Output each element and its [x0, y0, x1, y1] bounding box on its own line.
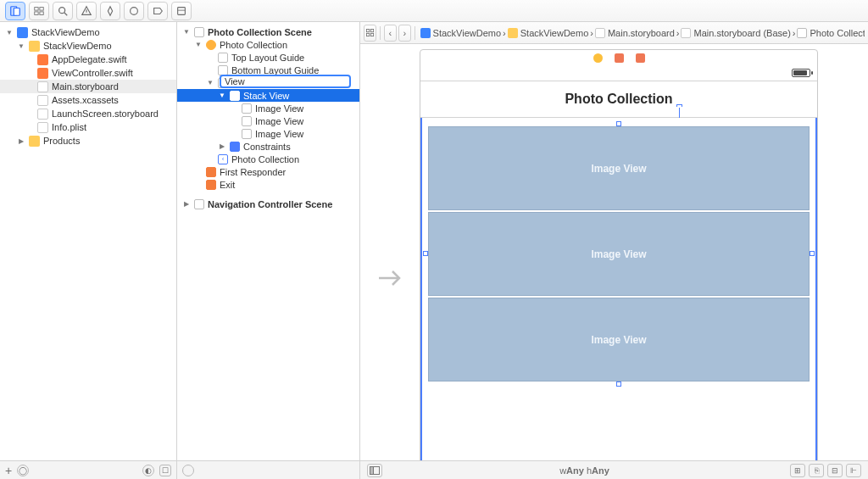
size-class-any-label: Any	[592, 465, 609, 476]
outline-first-responder[interactable]: First Responder	[177, 165, 359, 178]
file-appdelegate[interactable]: AppDelegate.swift	[0, 53, 176, 66]
jumpbar-segment[interactable]: StackViewDemo	[419, 28, 504, 38]
scene-photo-collection[interactable]: ▼ Photo Collection Scene	[177, 25, 359, 38]
history-forward-button[interactable]: ›	[398, 25, 411, 42]
jumpbar-label: Main.storyboard (Base)	[693, 28, 790, 38]
navigator-tab-issues[interactable]	[76, 2, 97, 20]
folder-icon	[29, 136, 40, 147]
navigator-tab-debug[interactable]	[124, 2, 144, 20]
file-viewcontroller[interactable]: ViewController.swift	[0, 66, 176, 80]
exit-dock-icon[interactable]	[636, 53, 645, 63]
resize-handle[interactable]	[423, 251, 428, 256]
first-responder-dock-icon[interactable]	[615, 53, 624, 63]
navigation-item-icon: ‹	[218, 154, 228, 164]
related-items-button[interactable]	[364, 25, 376, 42]
outline-constraints[interactable]: ▶ Constraints	[177, 140, 359, 153]
canvas-footer: wAny hAny ⊞ ⎘ ⊟ ⊩	[360, 460, 868, 479]
outline-stack-view[interactable]: ▼ Stack View	[177, 89, 359, 102]
outline-navigation-item[interactable]: ‹ Photo Collection	[177, 153, 359, 165]
image-view-1[interactable]: Image View	[428, 126, 810, 210]
disclosure-triangle-icon[interactable]: ▼	[5, 29, 14, 36]
filter-recent-button[interactable]: ◯	[17, 465, 29, 476]
file-infoplist[interactable]: Info.plist	[0, 120, 176, 134]
imageview-icon	[242, 103, 252, 114]
scene-dock	[420, 50, 817, 65]
toggle-outline-button[interactable]	[367, 464, 382, 477]
navigator-tab-tests[interactable]	[100, 2, 120, 20]
outline-top-layout-guide[interactable]: Top Layout Guide	[177, 51, 359, 64]
history-back-button[interactable]: ‹	[384, 25, 397, 42]
project-root[interactable]: ▼ StackViewDemo	[0, 25, 176, 39]
disclosure-triangle-icon[interactable]: ▼	[206, 79, 214, 86]
resize-handle[interactable]	[810, 251, 815, 256]
outline-image-view-3[interactable]: Image View	[177, 127, 359, 140]
viewcontroller-icon	[206, 40, 216, 50]
navigator-tab-search[interactable]	[53, 2, 73, 20]
disclosure-triangle-icon[interactable]: ▶	[182, 200, 191, 208]
storyboard-file-icon	[37, 81, 48, 92]
vc-label: Photo Collection	[220, 40, 287, 50]
filter-source-control-button[interactable]: ☐	[159, 465, 171, 476]
scene-navigation-controller[interactable]: ▶ Navigation Controller Scene	[177, 198, 359, 210]
file-main-storyboard[interactable]: Main.storyboard	[0, 80, 176, 93]
resize-handle[interactable]	[616, 121, 621, 126]
jumpbar-sb-icon	[595, 28, 605, 38]
resizing-behavior-button[interactable]: ⊩	[846, 464, 861, 477]
navigator-tab-breakpoints[interactable]	[147, 2, 168, 20]
resize-handle[interactable]	[616, 382, 621, 387]
navigator-tab-project[interactable]	[5, 2, 25, 20]
size-class-control[interactable]: wAny hAny	[382, 465, 787, 476]
viewcontroller-dock-icon[interactable]	[593, 53, 603, 63]
scene-label: Navigation Controller Scene	[208, 199, 332, 209]
outline-viewcontroller[interactable]: ▼ Photo Collection	[177, 38, 359, 51]
navigator-tab-symbols[interactable]	[29, 2, 49, 20]
xcode-toolbar	[0, 0, 868, 22]
disclosure-triangle-icon[interactable]: ▼	[17, 42, 25, 50]
constraints-icon	[230, 142, 240, 152]
outline-exit[interactable]: Exit	[177, 178, 359, 191]
disclosure-triangle-icon[interactable]: ▶	[17, 137, 25, 145]
simulated-device[interactable]: Photo Collection Image View Image View I…	[420, 49, 818, 460]
filter-button[interactable]	[182, 465, 194, 476]
disclosure-triangle-icon[interactable]: ▶	[218, 142, 226, 150]
selected-view-outline[interactable]: Image View Image View Image View	[420, 118, 817, 460]
jump-bar: ‹ › StackViewDemo›StackViewDemo›Main.sto…	[360, 22, 868, 44]
file-label: AppDelegate.swift	[52, 54, 127, 64]
jumpbar-segment[interactable]: Main.storyboard (Base)	[679, 28, 792, 38]
item-label: Stack View	[243, 91, 289, 101]
jumpbar-segment[interactable]: Photo Collection Scene	[795, 28, 865, 38]
resolve-issues-button[interactable]: ⊟	[827, 464, 843, 477]
disclosure-triangle-icon[interactable]: ▼	[182, 28, 191, 36]
file-assets[interactable]: Assets.xcassets	[0, 93, 176, 107]
disclosure-triangle-icon[interactable]: ▼	[194, 41, 203, 48]
filter-scm-button[interactable]: ◐	[142, 465, 154, 476]
stack-view[interactable]: Image View Image View Image View	[428, 126, 810, 382]
image-view-3[interactable]: Image View	[428, 298, 810, 382]
navigator-tab-reports[interactable]	[171, 2, 192, 20]
navigation-bar[interactable]: Photo Collection	[420, 81, 817, 118]
svg-rect-1	[14, 8, 19, 15]
outline-image-view-2[interactable]: Image View	[177, 114, 359, 127]
group-stackviewdemo[interactable]: ▼ StackViewDemo	[0, 39, 176, 53]
align-button[interactable]: ⊞	[790, 464, 805, 477]
scene-icon	[194, 199, 204, 209]
jumpbar-sb-icon	[681, 28, 691, 38]
file-label: Assets.xcassets	[52, 95, 119, 105]
disclosure-triangle-icon[interactable]: ▼	[218, 92, 226, 99]
file-label: Info.plist	[52, 122, 86, 132]
add-button[interactable]: +	[5, 464, 12, 477]
outline-image-view-1[interactable]: Image View	[177, 102, 359, 114]
image-view-2[interactable]: Image View	[428, 212, 810, 296]
pin-button[interactable]: ⎘	[809, 464, 824, 477]
outline-view-editing[interactable]: ▼ View View	[177, 76, 359, 89]
ib-canvas[interactable]: Photo Collection Image View Image View I…	[360, 44, 868, 460]
rename-input[interactable]: View	[220, 75, 351, 88]
interface-builder-editor: ‹ › StackViewDemo›StackViewDemo›Main.sto…	[360, 22, 868, 479]
jumpbar-segment[interactable]: StackViewDemo	[506, 28, 591, 38]
jumpbar-label: Photo Collection Scene	[810, 28, 865, 38]
jumpbar-segment[interactable]: Main.storyboard	[593, 28, 676, 38]
file-launchscreen[interactable]: LaunchScreen.storyboard	[0, 107, 176, 120]
item-label: Exit	[220, 180, 235, 190]
group-products[interactable]: ▶ Products	[0, 134, 176, 148]
item-label: First Responder	[220, 167, 286, 177]
